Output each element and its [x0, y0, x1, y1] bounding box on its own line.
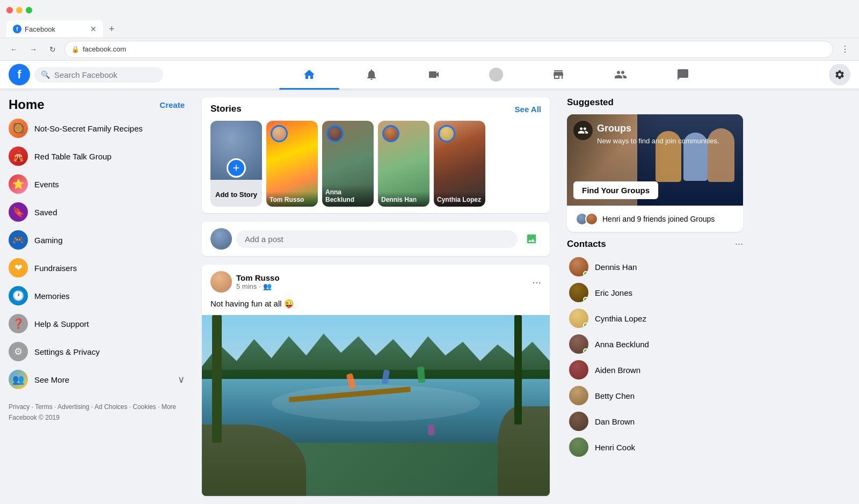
- contact-avatar-anna: [569, 334, 588, 354]
- events-icon: ⭐: [9, 174, 28, 194]
- lock-icon: 🔒: [71, 46, 79, 53]
- story-name-dennis: Dennis Han: [381, 196, 426, 203]
- address-bar[interactable]: 🔒 facebook.com: [64, 41, 833, 58]
- more-link[interactable]: More: [162, 403, 176, 411]
- post-card: Tom Russo 5 mins · 👥 ··· Not having fun …: [202, 265, 550, 496]
- sidebar-item-memories[interactable]: 🕐 Memories: [4, 282, 189, 310]
- add-story-card[interactable]: + Add to Story: [210, 121, 262, 207]
- contact-name-dan: Dan Brown: [595, 417, 635, 426]
- nav-notifications[interactable]: [341, 62, 402, 87]
- terms-link[interactable]: Terms: [35, 403, 53, 411]
- nav-groups[interactable]: [591, 62, 651, 87]
- nav-video[interactable]: [404, 62, 464, 87]
- story-dennis-han[interactable]: Dennis Han: [378, 121, 430, 207]
- right-sidebar: Suggested Group: [558, 89, 752, 504]
- sidebar-item-help[interactable]: ❓ Help & Support: [4, 310, 189, 338]
- story-avatar-cynthia: [438, 125, 455, 142]
- sidebar-item-saved[interactable]: 🔖 Saved: [4, 198, 189, 226]
- contact-anna-becklund[interactable]: Anna Becklund: [567, 331, 743, 357]
- sidebar-item-family-recipes[interactable]: 🥘 Not-So-Secret Family Recipes: [4, 114, 189, 142]
- sidebar-item-events[interactable]: ⭐ Events: [4, 170, 189, 198]
- browser-tab[interactable]: f Facebook ✕: [6, 20, 103, 38]
- search-icon: 🔍: [41, 70, 50, 79]
- contact-name-betty: Betty Chen: [595, 391, 635, 400]
- sidebar-item-fundraisers[interactable]: ❤ Fundraisers: [4, 254, 189, 282]
- contacts-more-button[interactable]: ···: [735, 238, 743, 250]
- contact-henri-cook[interactable]: Henri Cook: [567, 434, 743, 460]
- fb-logo[interactable]: f: [9, 64, 30, 85]
- memories-label: Memories: [34, 291, 70, 301]
- ad-choices-link[interactable]: Ad Choices: [94, 403, 127, 411]
- contact-betty-chen[interactable]: Betty Chen: [567, 383, 743, 408]
- stories-see-all-button[interactable]: See All: [515, 105, 541, 114]
- stories-section: Stories See All + Add to Story: [202, 97, 550, 213]
- search-input[interactable]: [54, 70, 151, 79]
- fundraisers-label: Fundraisers: [34, 264, 77, 273]
- nav-marketplace[interactable]: [528, 62, 588, 87]
- saved-icon: 🔖: [9, 202, 28, 222]
- post-author[interactable]: Tom Russo: [236, 273, 532, 282]
- composer-avatar: [210, 228, 232, 250]
- contact-avatar-betty: [569, 386, 588, 405]
- find-groups-button[interactable]: Find Your Groups: [573, 181, 658, 199]
- gaming-icon: 🎮: [9, 230, 28, 250]
- saved-label: Saved: [34, 208, 57, 217]
- maximize-dot[interactable]: [26, 7, 32, 13]
- story-name-cynthia: Cynthia Lopez: [437, 196, 482, 203]
- post-more-button[interactable]: ···: [532, 276, 541, 288]
- post-header: Tom Russo 5 mins · 👥 ···: [202, 265, 550, 299]
- post-time: 5 mins: [236, 282, 257, 290]
- contact-aiden-brown[interactable]: Aiden Brown: [567, 357, 743, 383]
- forward-button[interactable]: →: [26, 42, 41, 57]
- story-anna-becklund[interactable]: Anna Becklund: [322, 121, 374, 207]
- story-tom-russo[interactable]: Tom Russo: [266, 121, 318, 207]
- chevron-down-icon: ∨: [178, 374, 185, 385]
- post-meta: 5 mins · 👥: [236, 282, 532, 290]
- contact-cynthia-lopez[interactable]: Cynthia Lopez: [567, 305, 743, 331]
- groups-card-image: Groups New ways to find and join communi…: [567, 114, 743, 206]
- settings-button[interactable]: [829, 64, 850, 85]
- help-label: Help & Support: [34, 319, 89, 328]
- add-story-plus-icon: +: [227, 158, 246, 178]
- reload-button[interactable]: ↻: [45, 42, 60, 57]
- new-tab-button[interactable]: +: [105, 23, 118, 35]
- sidebar-item-gaming[interactable]: 🎮 Gaming: [4, 226, 189, 254]
- contact-dennis-han[interactable]: Dennis Han: [567, 254, 743, 280]
- stories-list: + Add to Story Tom Russo: [210, 121, 541, 207]
- post-avatar[interactable]: [210, 271, 232, 293]
- back-button[interactable]: ←: [6, 42, 21, 57]
- groups-joined-info: Henri and 9 friends joined Groups: [567, 206, 743, 232]
- minimize-dot[interactable]: [16, 7, 23, 13]
- fb-feed: Stories See All + Add to Story: [193, 89, 558, 504]
- browser-menu-button[interactable]: ⋮: [838, 42, 853, 57]
- contacts-header: Contacts ···: [567, 238, 743, 250]
- privacy-link[interactable]: Privacy: [9, 403, 30, 411]
- suggested-title: Suggested: [567, 97, 743, 108]
- contacts-title: Contacts: [567, 239, 606, 250]
- left-sidebar: Home Create 🥘 Not-So-Secret Family Recip…: [0, 89, 193, 504]
- sidebar-item-see-more[interactable]: 👥 See More ∨: [4, 366, 189, 393]
- contact-avatar-cynthia: [569, 309, 588, 328]
- contact-dan-brown[interactable]: Dan Brown: [567, 408, 743, 434]
- nav-home[interactable]: [279, 62, 339, 87]
- post-text: Not having fun at all 😜: [202, 299, 550, 315]
- post-input[interactable]: Add a post: [236, 230, 518, 248]
- sidebar-item-red-table[interactable]: 🎪 Red Table Talk Group: [4, 142, 189, 170]
- contact-eric-jones[interactable]: Eric Jones: [567, 280, 743, 305]
- red-table-icon: 🎪: [9, 147, 28, 166]
- photo-video-button[interactable]: [522, 229, 541, 249]
- story-overlay-dennis: Dennis Han: [378, 192, 430, 207]
- story-cynthia-lopez[interactable]: Cynthia Lopez: [434, 121, 485, 207]
- cookies-link[interactable]: Cookies: [133, 403, 156, 411]
- create-button[interactable]: Create: [159, 100, 185, 109]
- search-bar[interactable]: 🔍: [34, 67, 163, 83]
- browser-chrome: f Facebook ✕ + ← → ↻ 🔒 facebook.com ⋮: [0, 0, 859, 61]
- tab-close-icon[interactable]: ✕: [90, 25, 97, 33]
- sidebar-item-settings[interactable]: ⚙ Settings & Privacy: [4, 338, 189, 366]
- stories-title: Stories: [210, 104, 242, 114]
- nav-profile[interactable]: [466, 62, 526, 87]
- nav-messenger[interactable]: [653, 62, 713, 87]
- advertising-link[interactable]: Advertising: [57, 403, 89, 411]
- fb-header: f 🔍: [0, 61, 859, 89]
- close-dot[interactable]: [6, 7, 13, 13]
